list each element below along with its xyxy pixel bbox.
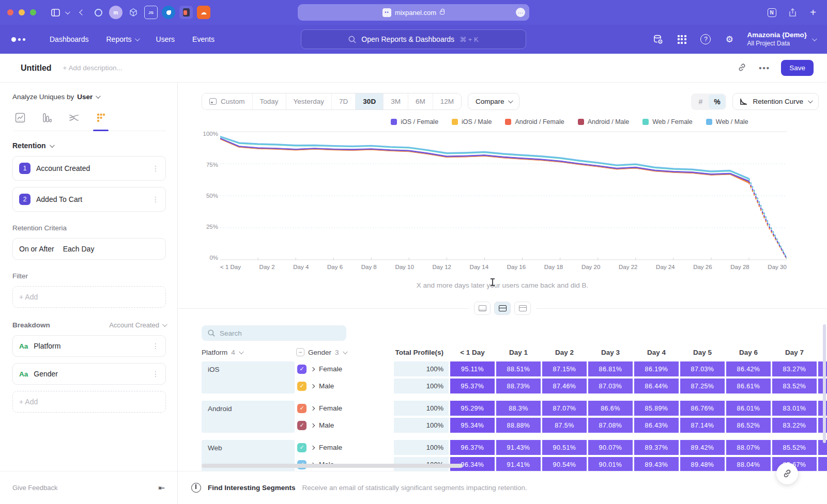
retention-value-cell[interactable]: 95.34% xyxy=(450,418,495,433)
segment-checkbox[interactable]: ✓ xyxy=(297,404,307,413)
mode-percent-button[interactable]: % xyxy=(709,94,725,109)
add-breakdown-button[interactable]: + Add xyxy=(12,391,166,413)
range-30d[interactable]: 30D xyxy=(356,93,384,109)
retention-value-cell[interactable]: 91.43% xyxy=(496,440,541,455)
retention-value-cell[interactable]: 87.46% xyxy=(542,379,587,393)
retention-value-cell[interactable]: 95.29% xyxy=(450,401,495,416)
retention-value-cell[interactable]: 88.51% xyxy=(496,361,541,376)
retention-value-cell[interactable]: 88.04% xyxy=(726,457,771,471)
retention-value-cell[interactable]: 89.48% xyxy=(680,457,725,471)
retention-value-cell[interactable]: 86.76% xyxy=(680,401,725,416)
range-custom[interactable]: Custom xyxy=(202,93,253,109)
sidebar-chevron-icon[interactable] xyxy=(63,6,70,19)
range-12m[interactable]: 12M xyxy=(433,93,461,109)
retention-value-cell[interactable]: 86.52% xyxy=(726,418,771,433)
notion-icon[interactable]: N xyxy=(765,6,778,19)
add-description[interactable]: + Add description... xyxy=(63,64,122,72)
nav-events[interactable]: Events xyxy=(192,35,215,43)
legend-item[interactable]: Web / Male xyxy=(706,118,748,125)
retention-value-cell[interactable]: 90.07% xyxy=(588,440,633,455)
series-line-web-female[interactable] xyxy=(220,137,749,179)
table-search-input[interactable]: Search xyxy=(202,325,346,341)
chart-plot[interactable] xyxy=(220,131,787,261)
legend-item[interactable]: iOS / Male xyxy=(452,118,492,125)
select-all-checkbox[interactable]: − xyxy=(296,348,304,356)
range-today[interactable]: Today xyxy=(253,93,286,109)
new-tab-icon[interactable]: + xyxy=(806,6,820,19)
nav-dashboards[interactable]: Dashboards xyxy=(50,35,89,43)
retention-value-cell[interactable]: 96.37% xyxy=(450,440,495,455)
retention-value-cell[interactable]: 86.01% xyxy=(726,401,771,416)
layout-table-only-button[interactable] xyxy=(514,302,531,315)
cloud-icon[interactable]: ☁ xyxy=(197,6,210,19)
kebab-menu-icon[interactable]: ⋮ xyxy=(152,370,159,378)
save-button[interactable]: Save xyxy=(781,60,814,76)
retention-value-cell[interactable]: 89.42% xyxy=(680,440,725,455)
retention-value-cell[interactable]: 83.01% xyxy=(772,401,817,416)
segments-title[interactable]: Find Interesting Segments xyxy=(208,484,296,492)
breakdown-card-platform[interactable]: Aa Platform ⋮ xyxy=(12,335,166,357)
retention-value-cell[interactable]: 87.07% xyxy=(542,401,587,416)
js-icon[interactable]: JS xyxy=(144,6,158,19)
retention-value-cell[interactable]: 83.52% xyxy=(772,379,817,393)
retention-value-cell[interactable]: 90.54% xyxy=(542,457,587,471)
retention-value-cell[interactable]: 85.89% xyxy=(634,401,679,416)
expand-chevron-icon[interactable] xyxy=(311,367,315,371)
retention-value-cell[interactable]: 88.73% xyxy=(496,379,541,393)
retention-value-cell[interactable]: 95.11% xyxy=(450,361,495,376)
kebab-menu-icon[interactable]: ⋮ xyxy=(152,164,159,172)
more-menu-icon[interactable]: ••• xyxy=(758,64,771,72)
copy-report-link-button[interactable] xyxy=(776,463,798,484)
segment-checkbox[interactable]: ✓ xyxy=(297,365,307,374)
retention-value-cell[interactable]: 83.22% xyxy=(772,418,817,433)
criteria-mode[interactable]: On or After xyxy=(19,245,54,253)
retention-value-cell[interactable]: 83.27% xyxy=(772,361,817,376)
close-window-button[interactable] xyxy=(7,9,13,15)
retention-value-cell[interactable]: 90.51% xyxy=(542,440,587,455)
step-card-account-created[interactable]: 1 Account Created ⋮ xyxy=(12,156,166,181)
segment-checkbox[interactable]: ✓ xyxy=(297,443,307,452)
kebab-menu-icon[interactable]: ⋮ xyxy=(152,195,159,203)
m-avatar-icon[interactable]: m xyxy=(109,6,122,19)
column-day-3[interactable]: Day 3 xyxy=(588,349,633,356)
mode-count-button[interactable]: # xyxy=(692,94,709,109)
add-filter-button[interactable]: + Add xyxy=(12,286,166,308)
retention-value-cell[interactable]: 86.42% xyxy=(726,361,771,376)
back-icon[interactable] xyxy=(75,6,89,19)
retention-value-cell[interactable]: 86.44% xyxy=(634,379,679,393)
project-switcher[interactable]: Amazonia {Demo} All Project Data xyxy=(747,31,816,48)
tab-flows[interactable] xyxy=(67,111,81,124)
legend-item[interactable]: Android / Female xyxy=(505,118,564,125)
data-management-icon[interactable] xyxy=(652,33,664,45)
chevron-down-icon[interactable] xyxy=(96,93,101,99)
retention-value-cell[interactable]: 87.14% xyxy=(680,418,725,433)
platform-cell[interactable]: Android xyxy=(202,401,295,433)
layout-chart-only-button[interactable] xyxy=(474,302,491,315)
range-6m[interactable]: 6M xyxy=(408,93,433,109)
nav-users[interactable]: Users xyxy=(156,35,175,43)
minimize-window-button[interactable] xyxy=(19,9,25,15)
share-icon[interactable] xyxy=(786,6,799,19)
column-total-profiles[interactable]: Total Profile(s) xyxy=(394,349,449,356)
report-title[interactable]: Untitled xyxy=(21,64,52,73)
url-more-icon[interactable]: … xyxy=(516,8,525,17)
expand-chevron-icon[interactable] xyxy=(311,406,315,411)
retention-value-cell[interactable]: 87.5% xyxy=(542,418,587,433)
retention-value-cell[interactable]: 88.3% xyxy=(496,401,541,416)
column-day-4[interactable]: Day 4 xyxy=(634,349,679,356)
retention-value-cell[interactable]: 86.61% xyxy=(726,379,771,393)
sidebar-toggle-icon[interactable] xyxy=(49,6,62,19)
column-platform[interactable]: Platform4 xyxy=(202,349,295,356)
retention-value-cell[interactable]: 86.6% xyxy=(588,401,633,416)
expand-chevron-icon[interactable] xyxy=(311,384,315,388)
column-day-7[interactable]: Day 7 xyxy=(772,349,817,356)
retention-value-cell[interactable]: 87.08% xyxy=(588,418,633,433)
criteria-interval[interactable]: Each Day xyxy=(63,245,95,253)
expand-chevron-icon[interactable] xyxy=(311,423,315,428)
retention-value-cell[interactable]: 89.43% xyxy=(634,457,679,471)
url-bar[interactable]: •• mixpanel.com … xyxy=(298,4,529,21)
copy-link-icon[interactable] xyxy=(736,63,748,73)
retention-value-cell[interactable]: 87.25% xyxy=(680,379,725,393)
layout-split-button[interactable] xyxy=(494,302,511,315)
vertical-scrollbar[interactable] xyxy=(823,324,826,443)
